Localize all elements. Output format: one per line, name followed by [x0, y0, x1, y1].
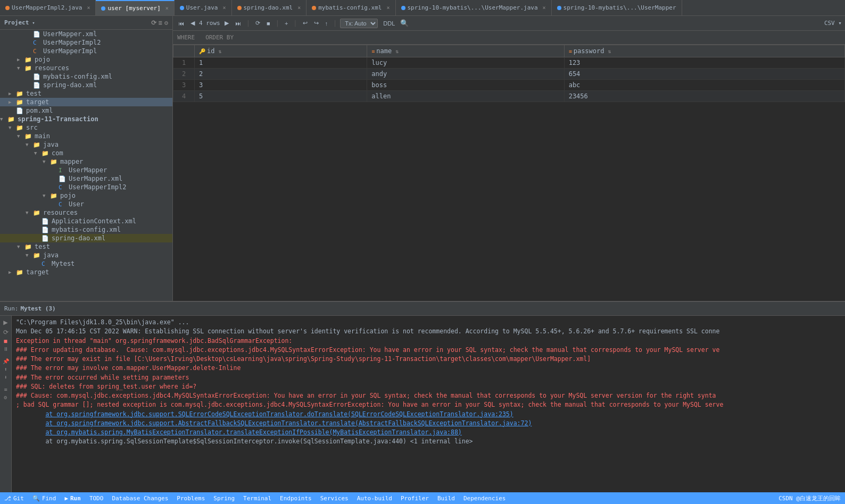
status-endpoints[interactable]: Endpoints: [280, 495, 312, 502]
tree-item-mapper-folder[interactable]: ▼ 📁 mapper: [0, 157, 172, 166]
status-spring[interactable]: Spring: [213, 495, 235, 502]
status-terminal[interactable]: Terminal: [243, 495, 271, 502]
sort-icon[interactable]: ⇅: [395, 48, 399, 54]
tree-item-usermapperxml[interactable]: 📄 UserMapper.xml: [0, 30, 172, 38]
status-services[interactable]: Services: [320, 495, 349, 502]
submit-button[interactable]: ↑: [323, 19, 330, 28]
cell-name[interactable]: allen: [367, 91, 564, 102]
tab-close[interactable]: ×: [386, 5, 390, 11]
play-icon[interactable]: ▶: [3, 318, 7, 326]
cell-password[interactable]: 123: [564, 57, 844, 69]
tree-item-com[interactable]: ▼ 📁 com: [0, 149, 172, 157]
status-profiler[interactable]: Profiler: [401, 495, 429, 502]
cell-password[interactable]: 654: [564, 69, 844, 80]
nav-first-button[interactable]: ⏮: [176, 19, 186, 28]
status-find[interactable]: 🔍 Find: [32, 495, 56, 502]
status-dependencies[interactable]: Dependencies: [463, 495, 506, 502]
tab-user-server[interactable]: user [myserver] ×: [96, 0, 174, 15]
tree-item-test-spring11[interactable]: ▼ 📁 test: [0, 242, 172, 251]
tree-item-resources[interactable]: ▼ 📁 resources: [0, 64, 172, 72]
add-row-button[interactable]: +: [283, 19, 290, 28]
tab-user-java[interactable]: User.java ×: [175, 0, 232, 15]
tab-spring10-usermapper2[interactable]: spring-10-mybatis\...\UserMapper: [552, 0, 682, 15]
tab-spring-dao[interactable]: spring-dao.xml ×: [232, 0, 307, 15]
status-git[interactable]: ⎇ Git: [4, 495, 24, 502]
tree-item-usermapperimpl[interactable]: C UserMapperImpl: [0, 47, 172, 55]
status-run[interactable]: ▶ Run: [64, 495, 81, 502]
cell-id[interactable]: 2: [195, 69, 367, 80]
search-icon[interactable]: 🔍: [400, 19, 409, 27]
up-icon[interactable]: ⬆: [4, 366, 7, 372]
tab-close[interactable]: ×: [222, 5, 226, 11]
tree-item-src[interactable]: ▼ 📁 src: [0, 123, 172, 132]
tab-close-active[interactable]: ×: [165, 5, 169, 11]
tx-mode-select[interactable]: Tx: Auto: [340, 19, 378, 28]
tree-item-usermapperimpl2[interactable]: C UserMapperImpl2: [0, 38, 172, 47]
tree-item-mytest[interactable]: C Mytest: [0, 259, 172, 268]
cell-name[interactable]: lucy: [367, 57, 564, 69]
table-row[interactable]: 3 3 boss abc: [173, 80, 845, 91]
tree-item-spring-dao[interactable]: 📄 spring-dao.xml: [0, 81, 172, 89]
status-autobuild[interactable]: Auto-build: [357, 495, 392, 502]
tab-mybatis-config[interactable]: mybatis-config.xml ×: [306, 0, 395, 15]
cell-id[interactable]: 1: [195, 57, 367, 69]
status-build[interactable]: Build: [437, 495, 455, 502]
stop-console-icon[interactable]: ■: [4, 338, 7, 344]
chevron-down-icon[interactable]: ▾: [32, 20, 35, 26]
tree-item-target2[interactable]: ▶ 📁 target: [0, 268, 172, 276]
tree-item-usermapperimpl2-spring11[interactable]: C UserMapperImpl2: [0, 183, 172, 191]
tree-item-mybatis-config-spring11[interactable]: 📄 mybatis-config.xml: [0, 225, 172, 234]
nav-next-button[interactable]: ▶: [222, 19, 231, 28]
status-dbchanges[interactable]: Database Changes: [112, 495, 168, 502]
tree-item-spring11[interactable]: ▼ 📁 spring-11-Transaction: [0, 115, 172, 123]
col-header-password[interactable]: ≡password ⇅: [564, 45, 844, 57]
status-todo[interactable]: TODO: [89, 495, 104, 502]
settings-icon[interactable]: ⚙: [164, 19, 168, 27]
tab-spring10-usermapper[interactable]: spring-10-mybatis\...\UserMapper.java ×: [396, 0, 552, 15]
sort-icon[interactable]: ⇅: [608, 48, 611, 54]
tree-item-pom[interactable]: 📄 pom.xml: [0, 106, 172, 115]
tab-close[interactable]: ×: [87, 5, 90, 11]
tab-close[interactable]: ×: [297, 5, 301, 11]
filter-console-icon[interactable]: ≡: [4, 387, 7, 392]
tab-close[interactable]: ×: [543, 5, 546, 11]
tree-item-test[interactable]: ▶ 📁 test: [0, 89, 172, 98]
settings-console-icon[interactable]: ⚙: [4, 394, 7, 400]
col-header-name[interactable]: ≡name ⇅: [367, 45, 564, 57]
cell-name[interactable]: andy: [367, 69, 564, 80]
table-row[interactable]: 2 2 andy 654: [173, 69, 845, 80]
tree-item-resources-spring11[interactable]: ▼ 📁 resources: [0, 208, 172, 217]
col-header-id[interactable]: 🔑id ⇅: [195, 45, 367, 57]
refresh-icon[interactable]: ⟳: [151, 19, 156, 27]
redo-button[interactable]: ↪: [312, 19, 321, 28]
undo-button[interactable]: ↩: [301, 19, 310, 28]
tab-usermapperimpl2[interactable]: UserMapperImpl2.java ×: [0, 0, 96, 15]
tree-item-usermapperxml2[interactable]: 📄 UserMapper.xml: [0, 174, 172, 183]
tree-item-java-test[interactable]: ▼ 📁 java: [0, 251, 172, 259]
tree-item-pojo[interactable]: ▶ 📁 pojo: [0, 55, 172, 64]
nav-prev-button[interactable]: ◀: [188, 19, 197, 28]
cell-password[interactable]: abc: [564, 80, 844, 91]
tree-item-appcontext[interactable]: 📄 ApplicationContext.xml: [0, 217, 172, 225]
down-icon[interactable]: ⬇: [4, 374, 7, 380]
tree-item-mybatis-config[interactable]: 📄 mybatis-config.xml: [0, 72, 172, 81]
ddl-button[interactable]: DDL: [380, 19, 398, 28]
status-problems[interactable]: Problems: [177, 495, 205, 502]
tree-item-target[interactable]: ▶ 📁 target: [0, 98, 172, 106]
cell-password[interactable]: 23456: [564, 91, 844, 102]
table-row[interactable]: 4 5 allen 23456: [173, 91, 845, 102]
cell-name[interactable]: boss: [367, 80, 564, 91]
rerun-icon[interactable]: ⟳: [3, 329, 9, 336]
collapse-icon[interactable]: ≡: [159, 19, 162, 27]
refresh-button[interactable]: ⟳: [253, 19, 262, 28]
sort-icon[interactable]: ⇅: [219, 48, 222, 54]
cell-id[interactable]: 5: [195, 91, 367, 102]
cell-id[interactable]: 3: [195, 80, 367, 91]
tree-item-spring-dao-spring11[interactable]: 📄 spring-dao.xml: [0, 234, 172, 242]
csv-export-button[interactable]: CSV ▾: [824, 20, 842, 27]
pin-icon[interactable]: 📌: [3, 358, 9, 364]
tree-item-user-class[interactable]: C User: [0, 200, 172, 208]
tree-item-main[interactable]: ▼ 📁 main: [0, 132, 172, 140]
pause-icon[interactable]: ⏸: [3, 346, 9, 352]
nav-last-button[interactable]: ⏭: [233, 19, 243, 28]
